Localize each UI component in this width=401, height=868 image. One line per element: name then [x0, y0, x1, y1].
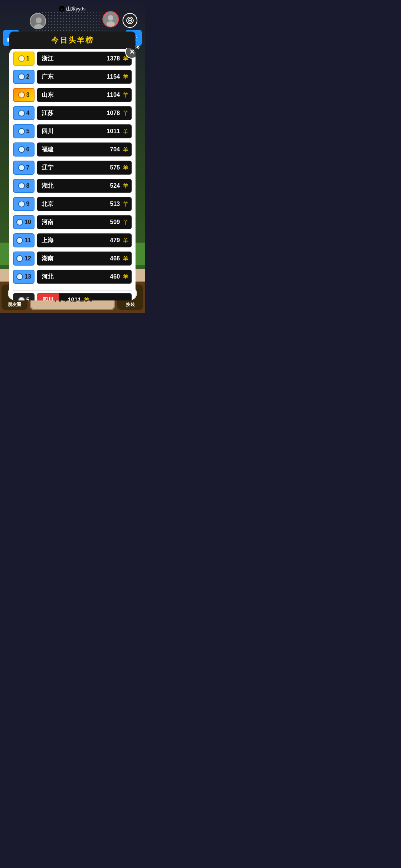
rank-row: 1 浙江 1378 羊 — [13, 50, 132, 67]
rank-badge: 4 — [13, 106, 35, 120]
rank-number: 4 — [26, 110, 30, 116]
province-score: 513 — [101, 201, 123, 207]
sheep-icon: 羊 — [123, 201, 131, 208]
rank-row: 9 北京 513 羊 — [13, 196, 132, 212]
rank-number: 7 — [26, 164, 30, 171]
province-score: 524 — [101, 183, 123, 189]
province-cell: 上海 479 羊 — [37, 233, 132, 247]
province-score: 460 — [101, 273, 123, 280]
province-name: 山东 — [37, 91, 101, 99]
province-name: 河北 — [37, 273, 101, 281]
rank-badge: 1 — [13, 52, 35, 66]
province-name: 河南 — [37, 218, 101, 226]
province-name: 江苏 — [37, 109, 101, 117]
province-name: 湖北 — [37, 182, 101, 190]
rank-circle — [18, 110, 25, 116]
province-name: 上海 — [37, 237, 101, 244]
current-user-badge: 5 — [13, 293, 35, 301]
rank-badge: 9 — [13, 197, 35, 211]
sheep-icon: 羊 — [123, 110, 131, 117]
rank-number: 3 — [26, 92, 30, 98]
rank-circle — [16, 273, 23, 280]
province-name: 四川 — [37, 128, 101, 135]
modal-title-tab: 今日头羊榜 — [9, 32, 136, 49]
province-cell: 河北 460 羊 — [37, 270, 132, 284]
province-score: 509 — [101, 219, 123, 226]
rank-row: 13 河北 460 羊 — [13, 269, 132, 285]
sheep-icon: 羊 — [123, 164, 131, 171]
sheep-icon: 羊 — [123, 237, 131, 244]
rank-row: 7 辽宁 575 羊 — [13, 160, 132, 176]
province-name: 浙江 — [37, 55, 101, 63]
rank-badge: 12 — [13, 251, 35, 266]
rank-row: 10 河南 509 羊 — [13, 214, 132, 230]
province-cell: 湖南 466 羊 — [37, 251, 132, 266]
sheep-icon: 羊 — [123, 128, 131, 135]
rank-badge: 3 — [13, 88, 35, 102]
sheep-icon: 羊 — [123, 146, 131, 153]
rank-number: 12 — [25, 255, 31, 262]
rank-badge: 5 — [13, 124, 35, 138]
rank-badge: 7 — [13, 161, 35, 175]
leaderboard-list: 1 浙江 1378 羊 2 广东 1154 羊 3 山东 — [9, 48, 136, 289]
province-cell: 福建 704 羊 — [37, 142, 132, 157]
current-user-row: 5 四川 1011 羊 — [13, 290, 132, 300]
rank-circle — [18, 73, 25, 80]
rank-row: 4 江苏 1078 羊 — [13, 105, 132, 121]
province-score: 1011 — [101, 128, 123, 135]
modal-wrapper: 今日头羊榜 ✕ 1 浙江 1378 羊 2 广东 — [9, 32, 136, 300]
province-name: 福建 — [37, 146, 101, 154]
rank-row: 2 广东 1154 羊 — [13, 69, 132, 85]
province-score: 466 — [101, 255, 123, 262]
rank-number: 2 — [26, 73, 30, 80]
province-cell: 辽宁 575 羊 — [37, 161, 132, 175]
sheep-icon: 羊 — [123, 255, 131, 262]
rank-badge: 8 — [13, 179, 35, 193]
rank-row: 8 湖北 524 羊 — [13, 178, 132, 194]
province-score: 704 — [101, 146, 123, 153]
current-rank-circle — [18, 297, 25, 301]
current-user-province-cell: 四川 1011 羊 — [37, 293, 132, 301]
rank-row: 11 上海 479 羊 — [13, 232, 132, 249]
rank-number: 8 — [26, 183, 30, 189]
rank-number: 5 — [26, 128, 30, 135]
province-name: 北京 — [37, 200, 101, 208]
sheep-icon: 羊 — [123, 219, 131, 226]
rank-row: 6 福建 704 羊 — [13, 141, 132, 158]
province-cell: 江苏 1078 羊 — [37, 106, 132, 120]
current-rank-number: 5 — [26, 297, 30, 301]
current-province-score: 1011 — [62, 297, 84, 301]
rank-row: 5 四川 1011 羊 — [13, 123, 132, 139]
rank-badge: 13 — [13, 270, 35, 284]
rank-circle — [18, 164, 25, 171]
province-cell: 广东 1154 羊 — [37, 70, 132, 84]
rank-circle — [18, 183, 25, 189]
rank-badge: 10 — [13, 215, 35, 229]
rank-number: 9 — [26, 201, 30, 207]
rank-circle — [16, 219, 23, 226]
province-score: 575 — [101, 164, 123, 171]
rank-circle — [18, 201, 25, 207]
rank-circle — [18, 92, 25, 98]
province-score: 479 — [101, 237, 123, 244]
province-name: 湖南 — [37, 255, 101, 263]
sheep-icon: 羊 — [123, 92, 131, 99]
modal-title: 今日头羊榜 — [51, 36, 94, 44]
province-score: 1104 — [101, 92, 123, 98]
province-cell: 湖北 524 羊 — [37, 179, 132, 193]
current-province-name: 四川 — [37, 293, 59, 301]
rank-circle — [18, 55, 25, 62]
province-name: 辽宁 — [37, 164, 101, 172]
province-cell: 河南 509 羊 — [37, 215, 132, 229]
rank-number: 6 — [26, 146, 30, 153]
rank-number: 13 — [25, 273, 31, 280]
province-score: 1078 — [101, 110, 123, 116]
rank-number: 1 — [26, 55, 30, 62]
rank-number: 11 — [25, 237, 31, 244]
rank-row: 3 山东 1104 羊 — [13, 87, 132, 103]
rank-badge: 6 — [13, 142, 35, 157]
province-score: 1154 — [101, 73, 123, 80]
province-cell: 山东 1104 羊 — [37, 88, 132, 102]
rank-number: 10 — [25, 219, 31, 226]
sheep-icon: 羊 — [123, 183, 131, 190]
